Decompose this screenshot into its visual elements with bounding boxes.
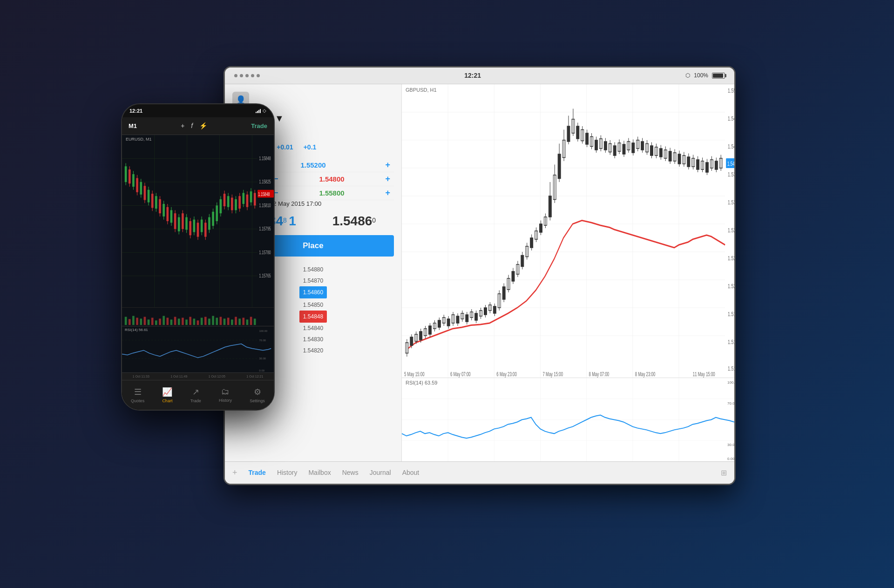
svg-text:5 May 15:00: 5 May 15:00 (404, 371, 425, 377)
wifi-icon: ◇ (263, 108, 266, 113)
svg-rect-286 (155, 320, 157, 325)
svg-text:1.51390: 1.51390 (728, 338, 734, 345)
svg-text:6 May 07:00: 6 May 07:00 (450, 371, 471, 377)
phone-trade-btn[interactable]: Trade (251, 122, 267, 129)
phone-time-1: 1 Oct 11:33 (133, 375, 149, 378)
phone-timeframe: M1 (129, 122, 137, 129)
svg-rect-288 (163, 316, 165, 325)
ask-price-main: 1.5486 (332, 214, 372, 228)
phone-nav-quotes-label: Quotes (131, 399, 144, 403)
svg-text:8 May 23:00: 8 May 23:00 (635, 371, 656, 377)
phone-add-icon[interactable]: + (181, 122, 184, 129)
tablet-nav-icon-right: ⊞ (721, 469, 727, 477)
svg-rect-281 (136, 318, 138, 325)
svg-text:1.54050: 1.54050 (728, 143, 734, 149)
svg-text:1.54848: 1.54848 (727, 161, 734, 167)
phone-chart-area: EURUSD, M1 (122, 135, 274, 307)
tp-plus-btn[interactable]: + (381, 188, 394, 198)
signal-bars (256, 108, 261, 113)
svg-text:70.00: 70.00 (727, 401, 734, 405)
phone-nav-history-label: History (219, 398, 232, 403)
phone-nav-chart-label: Chart (162, 399, 172, 403)
adj-plus-001[interactable]: +0.01 (274, 142, 296, 152)
svg-rect-282 (140, 318, 142, 325)
svg-text:0.00: 0.00 (259, 369, 264, 372)
svg-text:1.15848: 1.15848 (258, 191, 270, 197)
svg-text:100.00: 100.00 (727, 380, 734, 384)
tablet-nav-trade[interactable]: Trade (249, 469, 266, 476)
tablet-dot-1 (234, 74, 237, 77)
svg-rect-283 (144, 317, 146, 325)
svg-rect-280 (132, 316, 135, 325)
phone-nav-trade[interactable]: ↗ Trade (190, 387, 201, 403)
tablet-dot-5 (257, 74, 260, 77)
phone-volume-svg (122, 308, 274, 326)
svg-text:8 May 07:00: 8 May 07:00 (589, 371, 610, 377)
sl-value: 1.54800 (282, 175, 382, 183)
phone-content: M1 + f ⚡ Trade EURUSD, M1 (122, 117, 274, 410)
expiry-value: 12 May 2015 17:00 (270, 200, 321, 207)
svg-rect-305 (227, 318, 230, 325)
svg-rect-290 (170, 319, 173, 325)
phone-time-2: 1 Oct 11:49 (170, 375, 187, 378)
svg-rect-294 (185, 319, 188, 325)
candlestick-svg: 1.55190 1.54430 1.54050 1.53670 1.53290 … (402, 84, 734, 378)
rsi-chart: RSI(14) 63.59 (402, 378, 734, 461)
tablet-nav-history[interactable]: History (277, 469, 298, 476)
phone-nav-quotes[interactable]: ☰ Quotes (131, 387, 144, 403)
phone-rsi-label: RSI(14) 56.61 (125, 328, 148, 332)
svg-rect-306 (231, 319, 233, 325)
svg-text:1.52910: 1.52910 (728, 227, 734, 233)
price-plus-btn[interactable]: + (381, 160, 394, 170)
svg-text:1.52150: 1.52150 (728, 283, 734, 289)
svg-text:0.00: 0.00 (727, 457, 734, 461)
tablet-nav-right: ⊞ (721, 468, 727, 477)
svg-text:1.15825: 1.15825 (259, 179, 271, 184)
tablet-nav-news[interactable]: News (342, 469, 359, 476)
svg-text:30.00: 30.00 (259, 357, 266, 359)
tablet-nav-mailbox[interactable]: Mailbox (308, 469, 331, 476)
phone-toolbar: M1 + f ⚡ Trade (122, 117, 274, 135)
phone-function-icon[interactable]: f (191, 122, 193, 129)
svg-text:1.53670: 1.53670 (728, 171, 734, 177)
phone-indicator-icon[interactable]: ⚡ (199, 122, 207, 129)
phone-chart-label: EURUSD, M1 (126, 137, 152, 142)
price-level-red-tag: 1.54848 (299, 311, 327, 323)
svg-text:1.15810: 1.15810 (259, 203, 271, 208)
phone-time: 12:21 (129, 108, 142, 114)
tablet-dot-3 (245, 74, 249, 77)
tablet-nav-journal[interactable]: Journal (370, 469, 391, 476)
tablet-dot-2 (240, 74, 243, 77)
svg-text:100.00: 100.00 (259, 330, 268, 332)
phone-nav-history[interactable]: 🗂 History (219, 387, 232, 403)
tablet-time: 12:21 (464, 72, 481, 79)
tablet-top-bar: 12:21 ⬡ 100% (225, 68, 734, 84)
svg-rect-309 (242, 318, 244, 325)
tablet-dots (234, 74, 260, 77)
svg-rect-299 (204, 317, 207, 325)
svg-rect-285 (151, 318, 154, 325)
svg-rect-311 (250, 317, 252, 325)
rsi-label: RSI(14) 63.59 (406, 380, 437, 385)
svg-text:1.15780: 1.15780 (259, 250, 271, 255)
phone-nav-trade-label: Trade (190, 399, 201, 403)
svg-text:1.53290: 1.53290 (728, 199, 734, 205)
candlestick-chart: GBPUSD, H1 (402, 84, 734, 378)
tablet-nav-plus[interactable]: + (232, 468, 237, 478)
svg-rect-295 (189, 317, 191, 325)
tablet-nav-about[interactable]: About (402, 469, 420, 476)
svg-text:11 May 15:00: 11 May 15:00 (693, 371, 715, 377)
scene: 12:21 ⬡ 100% 👤 GBPUSD ▼ Buy Stop (121, 66, 773, 522)
phone-bottom-nav: ☰ Quotes 📈 Chart ↗ Trade 🗂 History ⚙ (122, 380, 274, 410)
tp-value: 1.55800 (282, 189, 382, 197)
adj-plus-01[interactable]: +0.1 (301, 142, 319, 152)
svg-rect-293 (182, 318, 184, 325)
rsi-svg: 100.00 70.00 30.00 0.00 (402, 378, 734, 461)
tablet-dot-4 (251, 74, 254, 77)
phone-status-bar: 12:21 ◇ (122, 104, 274, 117)
phone-nav-settings[interactable]: ⚙ Settings (250, 387, 265, 403)
svg-text:70.00: 70.00 (259, 339, 266, 341)
svg-rect-312 (254, 318, 256, 325)
phone-nav-chart[interactable]: 📈 Chart (162, 387, 172, 403)
sl-plus-btn[interactable]: + (381, 174, 394, 184)
